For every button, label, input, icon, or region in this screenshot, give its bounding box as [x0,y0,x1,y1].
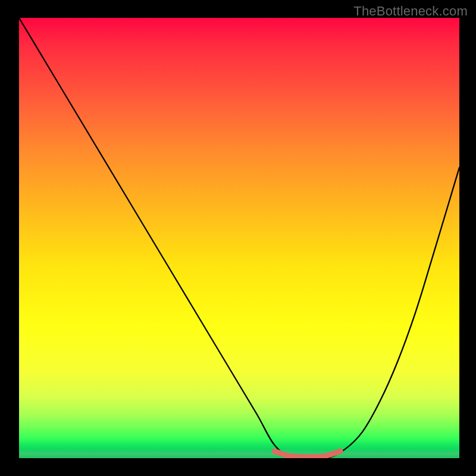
optimal-range-marker [274,451,340,457]
plot-area [19,18,459,458]
curve-layer [19,18,459,458]
bottleneck-curve [19,18,459,458]
chart-frame: TheBottleneck.com [0,0,476,476]
watermark-text: TheBottleneck.com [353,4,468,19]
